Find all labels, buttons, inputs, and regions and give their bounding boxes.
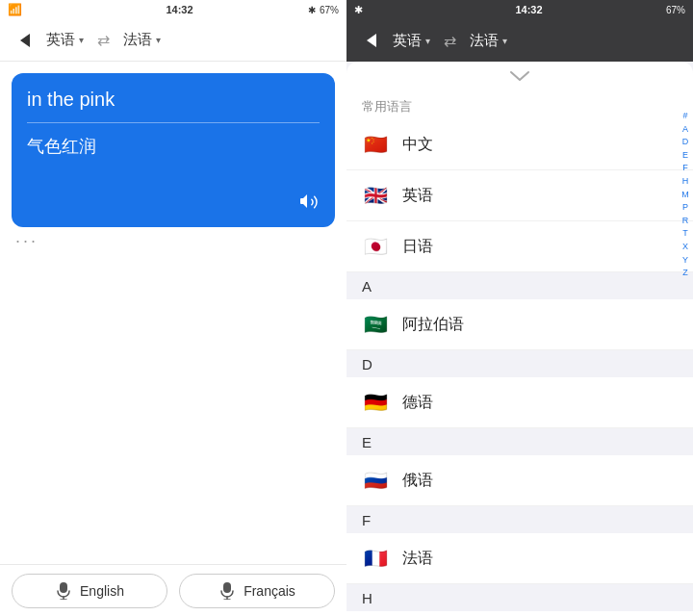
right-source-lang-caret: ▾ <box>425 36 430 46</box>
svg-rect-3 <box>223 582 231 593</box>
alpha-index: # A D E F H M P R T X Y Z <box>678 110 693 279</box>
flag-arabic: 🇸🇦 <box>362 311 389 338</box>
flag-french: 🇫🇷 <box>362 545 389 572</box>
alpha-d[interactable]: D <box>682 136 689 148</box>
alpha-r[interactable]: R <box>682 215 689 227</box>
language-dropdown-panel: 常用语言 🇨🇳 中文 🇬🇧 英语 🇯🇵 日语 A 🇸🇦 阿拉伯语 D 🇩🇪 德语… <box>346 62 693 616</box>
flag-english: 🇬🇧 <box>362 182 389 209</box>
right-back-arrow-icon <box>367 34 376 47</box>
flag-russian: 🇷🇺 <box>362 467 389 494</box>
alpha-h[interactable]: H <box>682 175 689 188</box>
source-lang-mic-button[interactable]: English <box>12 574 167 608</box>
alpha-x[interactable]: X <box>682 241 688 253</box>
alpha-t[interactable]: T <box>682 227 688 240</box>
right-back-button[interactable] <box>358 27 385 54</box>
bottom-bar: English Français <box>0 564 346 616</box>
battery-text: 67% <box>320 5 339 15</box>
lang-name-chinese: 中文 <box>402 135 433 155</box>
lang-name-english: 英语 <box>402 186 433 206</box>
left-top-nav: 英语 ▾ ⇄ 法语 ▾ <box>0 19 346 62</box>
section-f-divider: F <box>346 506 693 533</box>
section-d-divider: D <box>346 350 693 377</box>
left-status-bar: 📶 14:32 ✱ 67% <box>0 0 346 19</box>
alpha-f[interactable]: F <box>682 162 688 174</box>
lang-item-english[interactable]: 🇬🇧 英语 <box>346 170 693 221</box>
lang-name-german: 德语 <box>402 393 433 413</box>
back-button[interactable] <box>12 27 38 54</box>
translated-text: 气色红润 <box>27 135 320 158</box>
lang-item-russian[interactable]: 🇷🇺 俄语 <box>346 455 693 506</box>
lang-name-arabic: 阿拉伯语 <box>402 315 464 335</box>
alpha-m[interactable]: M <box>681 189 689 201</box>
left-status-icons: ✱ 67% <box>308 5 339 15</box>
right-swap-icon: ⇄ <box>444 32 456 50</box>
alpha-hash[interactable]: # <box>682 110 687 122</box>
alpha-y[interactable]: Y <box>682 254 688 267</box>
section-h-divider: H <box>346 584 693 611</box>
svg-rect-0 <box>60 582 67 593</box>
flag-japanese: 🇯🇵 <box>362 233 389 260</box>
right-source-lang-selector[interactable]: 英语 ▾ <box>393 32 430 50</box>
target-lang-mic-button[interactable]: Français <box>179 574 335 608</box>
bluetooth-icon: ✱ <box>308 5 316 15</box>
section-e-divider: E <box>346 428 693 455</box>
dropdown-chevron <box>346 62 693 90</box>
source-lang-pill-label: English <box>80 583 124 599</box>
right-time: 14:32 <box>515 4 542 15</box>
right-wifi-icon: ✱ <box>354 4 363 16</box>
right-panel: ✱ 14:32 67% 英语 ▾ ⇄ 法语 ▾ 常用语言 🇨🇳 <box>346 0 693 616</box>
target-lang-pill-label: Français <box>244 583 295 599</box>
alpha-a[interactable]: A <box>682 123 688 136</box>
mic-icon-right <box>218 582 236 600</box>
alpha-p[interactable]: P <box>682 201 688 214</box>
right-swap-button[interactable]: ⇄ <box>438 32 462 50</box>
right-source-lang-label: 英语 <box>393 32 422 50</box>
back-arrow-icon <box>20 34 30 47</box>
swap-languages-button[interactable]: ⇄ <box>91 31 116 49</box>
target-lang-label: 法语 <box>123 31 152 49</box>
lang-item-chinese[interactable]: 🇨🇳 中文 <box>346 119 693 170</box>
lang-name-russian: 俄语 <box>402 471 433 491</box>
left-time: 14:32 <box>166 4 192 15</box>
right-top-nav: 英语 ▾ ⇄ 法语 ▾ <box>346 19 693 62</box>
source-lang-selector[interactable]: 英语 ▾ <box>46 31 84 49</box>
alpha-z[interactable]: Z <box>682 267 688 279</box>
source-text: in the pink <box>27 89 320 123</box>
alpha-e[interactable]: E <box>682 149 688 162</box>
source-lang-caret: ▾ <box>79 35 84 45</box>
right-status-icons: 67% <box>666 5 685 15</box>
left-panel: 📶 14:32 ✱ 67% 英语 ▾ ⇄ 法语 ▾ in the pink 气色… <box>0 0 346 616</box>
lang-item-arabic[interactable]: 🇸🇦 阿拉伯语 <box>346 299 693 350</box>
lang-item-korean[interactable]: 🇰🇷 韩语 <box>346 611 693 616</box>
right-target-lang-selector[interactable]: 法语 ▾ <box>470 32 507 50</box>
flag-chinese: 🇨🇳 <box>362 131 389 158</box>
section-a-divider: A <box>346 272 693 299</box>
target-lang-caret: ▾ <box>156 35 161 45</box>
lang-item-japanese[interactable]: 🇯🇵 日语 <box>346 221 693 272</box>
target-lang-selector[interactable]: 法语 ▾ <box>123 31 161 49</box>
right-status-bar: ✱ 14:32 67% <box>346 0 693 19</box>
right-battery-text: 67% <box>666 5 685 15</box>
speaker-button[interactable] <box>300 192 321 216</box>
lang-name-japanese: 日语 <box>402 237 433 257</box>
swap-icon: ⇄ <box>97 31 110 49</box>
right-target-lang-caret: ▾ <box>502 36 507 46</box>
right-target-lang-label: 法语 <box>470 32 499 50</box>
mic-icon-left <box>55 582 72 600</box>
lang-item-french[interactable]: 🇫🇷 法语 <box>346 533 693 584</box>
more-options[interactable]: ··· <box>15 231 38 251</box>
lang-name-french: 法语 <box>402 549 433 569</box>
wifi-icon: 📶 <box>8 3 22 16</box>
source-lang-label: 英语 <box>46 31 75 49</box>
flag-german: 🇩🇪 <box>362 389 389 416</box>
common-languages-header: 常用语言 <box>346 90 693 119</box>
translation-card: in the pink 气色红润 <box>12 73 335 227</box>
lang-item-german[interactable]: 🇩🇪 德语 <box>346 377 693 428</box>
